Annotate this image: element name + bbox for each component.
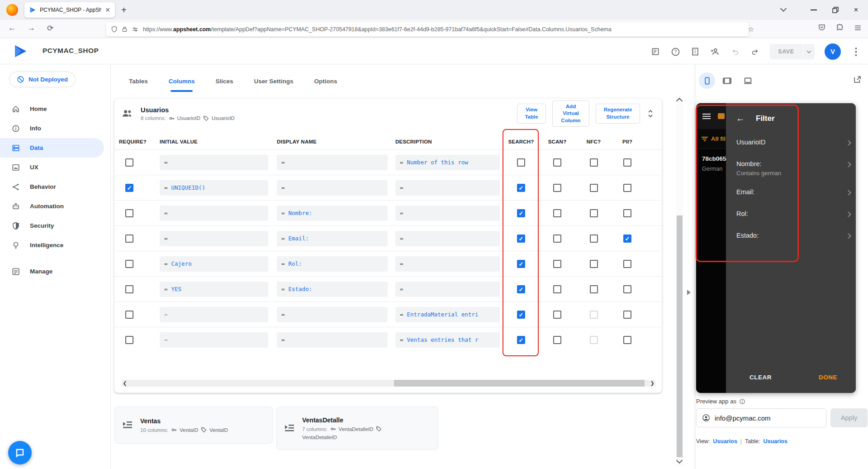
sidebar-item-home[interactable]: Home <box>0 99 110 119</box>
firefox-logo-icon[interactable] <box>6 4 18 16</box>
nfc-checkbox[interactable] <box>590 285 598 293</box>
description-field[interactable]: =Number of this row <box>395 155 500 170</box>
filter-item-email[interactable]: Email: <box>726 182 856 204</box>
table-card-ventas[interactable]: Ventas10 columns:VentaIDVentaID <box>114 407 273 444</box>
search-checkbox[interactable] <box>517 311 525 319</box>
record-list-item[interactable]: 78cb065 German <box>696 149 726 172</box>
display-name-field[interactable]: =Rol: <box>277 256 388 272</box>
deploy-status-badge[interactable]: Not Deployed <box>9 72 76 87</box>
description-field[interactable]: = <box>395 206 500 221</box>
initial-value-field[interactable]: = <box>160 231 268 246</box>
info-tooltip-icon[interactable] <box>739 398 745 405</box>
search-checkbox[interactable] <box>517 184 525 192</box>
nfc-checkbox[interactable] <box>590 234 598 243</box>
sidebar-item-data[interactable]: Data <box>0 138 104 158</box>
pii-checkbox[interactable] <box>623 234 631 243</box>
display-name-field[interactable]: = <box>277 155 388 170</box>
table-card-ventasdetalle[interactable]: VentasDetalle7 columns:VentaDetalleIDVen… <box>276 407 438 450</box>
horizontal-scroll-thumb[interactable] <box>394 380 645 387</box>
more-options-icon[interactable] <box>851 47 861 57</box>
search-checkbox[interactable] <box>517 336 525 344</box>
sidebar-item-automation[interactable]: Automation <box>0 196 110 216</box>
initial-value-field[interactable]: = <box>160 332 268 348</box>
nfc-checkbox[interactable] <box>590 184 598 192</box>
lock-icon[interactable] <box>122 26 128 33</box>
mobile-device-button[interactable] <box>699 72 715 89</box>
display-name-field[interactable]: = <box>277 332 388 348</box>
initial-value-field[interactable]: = <box>160 155 268 170</box>
require-checkbox[interactable] <box>125 234 133 243</box>
regenerate-structure-button[interactable]: Regenerate Structure <box>596 104 640 123</box>
sidebar-item-ux[interactable]: UX <box>0 158 110 177</box>
tab-columns[interactable]: Columns <box>169 73 195 89</box>
sidebar-item-security[interactable]: Security <box>0 216 110 235</box>
appsheet-logo[interactable] <box>13 44 28 58</box>
help-icon[interactable]: ? <box>670 47 680 57</box>
all-filters-row[interactable]: All fil <box>696 129 726 149</box>
search-checkbox[interactable] <box>517 234 525 243</box>
filter-item-usuarioid[interactable]: UsuarioID <box>726 133 856 154</box>
description-field[interactable]: =Ventas entries that r <box>395 332 500 348</box>
pii-checkbox[interactable] <box>623 285 631 293</box>
scan-checkbox[interactable] <box>553 158 561 167</box>
tab-close-icon[interactable]: ✕ <box>105 6 110 14</box>
description-field[interactable]: = <box>395 231 500 246</box>
description-field[interactable]: = <box>395 256 500 272</box>
scroll-left-arrow[interactable]: ❮ <box>122 380 128 386</box>
initial-value-field[interactable]: = <box>160 206 268 221</box>
undo-icon[interactable] <box>730 47 740 57</box>
tab-list-chevron-icon[interactable] <box>780 5 787 12</box>
chat-support-button[interactable] <box>8 441 32 464</box>
sidebar-item-info[interactable]: Info <box>0 119 110 138</box>
design-preview-icon[interactable] <box>650 47 660 57</box>
pii-checkbox[interactable] <box>623 209 631 217</box>
bookmark-star-icon[interactable]: ☆ <box>748 25 754 34</box>
filter-item-estado[interactable]: Estado: <box>726 226 856 248</box>
filter-item-rol[interactable]: Rol: <box>726 204 856 226</box>
require-checkbox[interactable] <box>125 209 133 217</box>
tab-user-settings[interactable]: User Settings <box>254 73 294 89</box>
vertical-scroll-thumb[interactable] <box>677 215 683 457</box>
share-person-add-icon[interactable] <box>710 47 720 57</box>
require-checkbox[interactable] <box>125 311 133 319</box>
sidebar-item-manage[interactable]: Manage <box>0 262 110 281</box>
scroll-up-arrow[interactable] <box>676 98 683 104</box>
window-restore-button[interactable] <box>832 7 839 13</box>
vertical-scrollbar[interactable] <box>676 96 683 465</box>
extensions-icon[interactable] <box>836 24 844 32</box>
scan-checkbox[interactable] <box>553 209 561 217</box>
initial-value-field[interactable]: =UNIQUEID() <box>160 180 268 196</box>
search-checkbox[interactable] <box>517 209 525 217</box>
display-name-field[interactable]: =Estado: <box>277 282 388 297</box>
done-button[interactable]: DONE <box>819 374 837 381</box>
scan-checkbox[interactable] <box>553 234 561 243</box>
pocket-icon[interactable] <box>818 24 826 32</box>
scroll-right-arrow[interactable]: ❯ <box>649 380 655 386</box>
require-checkbox[interactable] <box>125 158 133 167</box>
window-close-button[interactable]: × <box>854 6 858 14</box>
initial-value-field[interactable]: =Cajero <box>160 256 268 272</box>
save-button[interactable]: SAVE <box>770 44 802 59</box>
tablet-device-button[interactable] <box>719 72 735 89</box>
view-table-button[interactable]: View Table <box>517 104 546 123</box>
tab-tables[interactable]: Tables <box>129 73 148 89</box>
pii-checkbox[interactable] <box>623 311 631 319</box>
scan-checkbox[interactable] <box>553 336 561 344</box>
save-dropdown-button[interactable] <box>803 44 815 59</box>
display-name-field[interactable]: = <box>277 180 388 196</box>
tab-options[interactable]: Options <box>314 73 337 89</box>
nfc-checkbox[interactable] <box>590 158 598 167</box>
open-in-new-icon[interactable] <box>853 75 862 84</box>
pii-checkbox[interactable] <box>623 158 631 167</box>
menu-hamburger-icon[interactable] <box>854 24 862 32</box>
require-checkbox[interactable] <box>125 184 133 192</box>
display-name-field[interactable]: =Nombre: <box>277 206 388 221</box>
reload-button[interactable]: ⟳ <box>47 24 53 33</box>
back-arrow-icon[interactable]: ← <box>736 113 745 124</box>
expand-collapse-icon[interactable] <box>647 110 654 118</box>
browser-tab[interactable]: PCYMAC_SHOP - AppSheet ✕ <box>24 2 115 18</box>
require-checkbox[interactable] <box>125 260 133 268</box>
display-name-field[interactable]: = <box>277 307 388 322</box>
app-menu-icon[interactable] <box>702 112 711 120</box>
display-name-field[interactable]: =Email: <box>277 231 388 246</box>
